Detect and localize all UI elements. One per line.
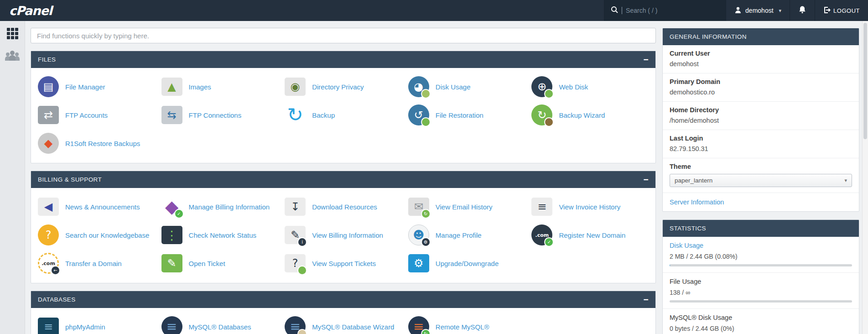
file-manager-link[interactable]: ▤File Manager xyxy=(35,73,158,101)
mysql-databases-link[interactable]: ≡MySQL® Databases xyxy=(158,313,282,334)
logout-button[interactable]: LOGOUT xyxy=(815,0,868,21)
backup-wizard-icon: ↻ xyxy=(531,104,553,126)
upgrade-downgrade-link[interactable]: ⚙Upgrade/Downgrade xyxy=(405,249,529,277)
manage-profile-link[interactable]: ☻⚙Manage Profile xyxy=(405,221,529,249)
bell-icon xyxy=(798,5,806,16)
collapse-button[interactable]: − xyxy=(644,295,649,304)
section-header: FILES− xyxy=(31,51,655,68)
directory-privacy-link[interactable]: ◉Directory Privacy xyxy=(281,73,405,101)
backup-link[interactable]: ↻Backup xyxy=(281,101,405,129)
mysql-database-wizard-icon: ≡ xyxy=(284,316,306,334)
web-disk-icon: ⊕ xyxy=(531,76,553,98)
info-value: demohost xyxy=(670,60,852,68)
manage-billing-information-icon: ◆✓ xyxy=(161,196,183,218)
item-label: MySQL® Database Wizard xyxy=(312,323,394,331)
main-content: FILES−▤File Manager▲Images◉Directory Pri… xyxy=(31,21,656,334)
open-ticket-link[interactable]: ✎Open Ticket xyxy=(158,249,282,277)
section-files: FILES−▤File Manager▲Images◉Directory Pri… xyxy=(31,51,656,163)
item-label: Search our Knowledgebase xyxy=(65,231,149,239)
item-label: Directory Privacy xyxy=(312,83,364,91)
remote-mysql-icon: ≡↻ xyxy=(408,316,430,334)
quick-find-input[interactable] xyxy=(31,28,656,43)
user-manager-icon[interactable] xyxy=(5,50,20,61)
mysql-database-wizard-link[interactable]: ≡MySQL® Database Wizard xyxy=(281,313,405,334)
backup-wizard-link[interactable]: ↻Backup Wizard xyxy=(528,101,652,129)
server-information-link[interactable]: Server Information xyxy=(663,193,859,211)
view-support-tickets-link[interactable]: ?View Support Tickets xyxy=(281,249,405,277)
item-label: File Restoration xyxy=(436,111,483,119)
page-scrollbar[interactable] xyxy=(862,21,868,334)
item-label: View Invoice History xyxy=(559,203,620,211)
info-value: demohostico.ro xyxy=(670,89,852,96)
register-new-domain-link[interactable]: .com✓Register New Domain xyxy=(528,221,652,249)
item-label: News & Announcements xyxy=(65,203,140,211)
remote-mysql-icon-badge: ↻ xyxy=(421,329,431,334)
info-label: Primary Domain xyxy=(670,78,852,85)
item-label: phpMyAdmin xyxy=(65,323,105,331)
file-manager-icon: ▤ xyxy=(37,76,59,98)
download-resources-link[interactable]: ↧Download Resources xyxy=(281,193,405,221)
check-network-status-link[interactable]: ⋮Check Network Status xyxy=(158,221,282,249)
user-name: demohost xyxy=(745,7,773,14)
view-email-history-icon-badge: ↻ xyxy=(421,209,431,219)
apps-grid-icon[interactable] xyxy=(7,28,18,39)
collapse-button[interactable]: − xyxy=(644,55,649,64)
images-icon: ▲ xyxy=(161,76,183,98)
phpmyadmin-link[interactable]: ≡phpMyAdmin xyxy=(35,313,158,334)
user-menu[interactable]: demohost ▾ xyxy=(726,0,790,21)
item-label: Open Ticket xyxy=(189,260,225,267)
panel-title: STATISTICS xyxy=(670,225,706,232)
cpanel-logo[interactable]: cPanel xyxy=(0,0,52,21)
view-invoice-history-link[interactable]: ≡View Invoice History xyxy=(528,193,652,221)
theme-label: Theme xyxy=(670,163,852,170)
directory-privacy-icon: ◉ xyxy=(284,76,306,98)
section-items: ◀News & Announcements◆✓Manage Billing In… xyxy=(31,188,655,283)
theme-select[interactable]: paper_lantern ▾ xyxy=(670,174,852,187)
register-new-domain-icon: .com✓ xyxy=(531,224,553,246)
manage-billing-information-link[interactable]: ◆✓Manage Billing Information xyxy=(158,193,282,221)
view-invoice-history-icon: ≡ xyxy=(531,196,553,218)
item-label: Transfer a Domain xyxy=(65,260,122,267)
item-label: Manage Billing Information xyxy=(189,203,270,211)
section-billing-support: BILLING & SUPPORT−◀News & Announcements◆… xyxy=(31,171,656,283)
web-disk-link[interactable]: ⊕Web Disk xyxy=(528,73,652,101)
ftp-connections-link[interactable]: ⇆FTP Connections xyxy=(158,101,282,129)
news-announcements-link[interactable]: ◀News & Announcements xyxy=(35,193,158,221)
view-email-history-icon: ✉↻ xyxy=(408,196,430,218)
disk-usage-icon-badge xyxy=(421,89,431,99)
section-title: BILLING & SUPPORT xyxy=(38,176,102,183)
transfer-a-domain-link[interactable]: .com←Transfer a Domain xyxy=(35,249,158,277)
item-label: File Manager xyxy=(65,83,105,91)
search-knowledgebase-link[interactable]: ?Search our Knowledgebase xyxy=(35,221,158,249)
stat-label: File Usage xyxy=(670,278,852,285)
stat-label[interactable]: Disk Usage xyxy=(670,242,852,249)
chevron-down-icon: ▾ xyxy=(844,177,847,183)
feature-sections: FILES−▤File Manager▲Images◉Directory Pri… xyxy=(31,51,656,334)
ftp-accounts-link[interactable]: ⇄FTP Accounts xyxy=(35,101,158,129)
topbar-actions: Search ( / ) demohost ▾ LOGOUT xyxy=(604,0,868,21)
item-label: Disk Usage xyxy=(436,83,471,91)
chevron-down-icon: ▾ xyxy=(779,8,782,14)
remote-mysql-link[interactable]: ≡↻Remote MySQL® xyxy=(405,313,529,334)
transfer-a-domain-icon: .com← xyxy=(37,252,59,274)
left-rail xyxy=(0,21,25,334)
stat-row: Disk Usage2 MB / 2.44 GB (0.08%) xyxy=(663,237,859,273)
disk-usage-link[interactable]: ◕Disk Usage xyxy=(405,73,529,101)
view-email-history-link[interactable]: ✉↻View Email History xyxy=(405,193,529,221)
collapse-button[interactable]: − xyxy=(644,175,649,184)
panel-title: GENERAL INFORMATION xyxy=(670,33,747,40)
scrollbar-thumb[interactable] xyxy=(863,23,867,139)
disk-usage-icon: ◕ xyxy=(408,76,430,98)
r1soft-restore-backups-link[interactable]: ◆R1Soft Restore Backups xyxy=(35,129,158,157)
item-label: Register New Domain xyxy=(559,231,625,239)
item-label: View Billing Information xyxy=(312,231,383,239)
file-restoration-link[interactable]: ↺File Restoration xyxy=(405,101,529,129)
text-cursor xyxy=(622,7,622,14)
item-label: FTP Accounts xyxy=(65,111,108,119)
notifications-button[interactable] xyxy=(790,0,815,21)
view-billing-information-link[interactable]: ✎iView Billing Information xyxy=(281,221,405,249)
images-link[interactable]: ▲Images xyxy=(158,73,282,101)
info-row: Last Login82.79.150.31 xyxy=(663,130,859,158)
item-label: Manage Profile xyxy=(436,231,482,239)
topbar-search[interactable]: Search ( / ) xyxy=(604,0,726,21)
